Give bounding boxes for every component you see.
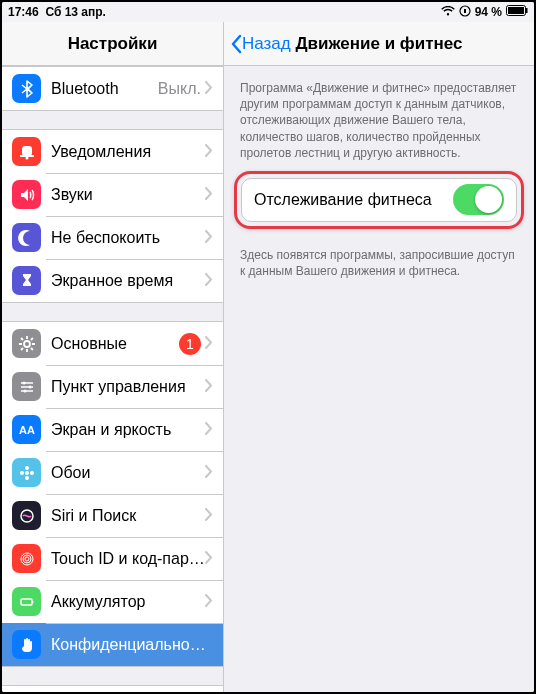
status-bar: 17:46 Сб 13 апр. 94 % xyxy=(2,2,534,22)
device-frame: 17:46 Сб 13 апр. 94 % Настройки Bluetoot… xyxy=(0,0,536,694)
highlight-callout: Отслеживание фитнеса xyxy=(234,171,524,229)
sidebar-item-label: Аккумулятор xyxy=(51,593,205,611)
chevron-right-icon xyxy=(205,550,213,568)
speaker-icon xyxy=(12,180,41,209)
flower-icon xyxy=(12,458,41,487)
chevron-right-icon xyxy=(205,143,213,161)
fitness-tracking-label: Отслеживание фитнеса xyxy=(254,191,453,209)
sidebar-item-label: Обои xyxy=(51,464,205,482)
bell-icon xyxy=(12,137,41,166)
back-label: Назад xyxy=(242,34,291,54)
detail-header: Назад Движение и фитнес xyxy=(224,22,534,66)
chevron-left-icon xyxy=(230,34,242,54)
moon-icon xyxy=(12,223,41,252)
sidebar-item-notifications[interactable]: Уведомления xyxy=(2,130,223,173)
svg-point-14 xyxy=(25,476,29,480)
status-time: 17:46 xyxy=(8,5,39,19)
svg-point-7 xyxy=(24,341,30,347)
sidebar-item-label: Пункт управления xyxy=(51,378,205,396)
sidebar-item-label: Экран и яркость xyxy=(51,421,205,439)
wifi-icon xyxy=(441,5,455,19)
aa-icon: AA xyxy=(12,415,41,444)
svg-point-6 xyxy=(25,156,28,159)
sidebar-scroll[interactable]: BluetoothВыкл.УведомленияЗвукиНе беспоко… xyxy=(2,66,223,692)
svg-point-9 xyxy=(28,385,31,388)
battery-icon xyxy=(12,587,41,616)
hourglass-icon xyxy=(12,266,41,295)
sidebar-item-privacy[interactable]: Конфиденциальность xyxy=(2,623,223,666)
sidebar-item-label: Уведомления xyxy=(51,143,205,161)
chevron-right-icon xyxy=(205,186,213,204)
sidebar-item-sounds[interactable]: Звуки xyxy=(2,173,223,216)
sidebar-item-control[interactable]: Пункт управления xyxy=(2,365,223,408)
sidebar-item-label: Основные xyxy=(51,335,179,353)
battery-icon xyxy=(506,5,528,19)
svg-point-15 xyxy=(20,471,24,475)
badge: 1 xyxy=(179,333,201,355)
sidebar-item-label: Звуки xyxy=(51,186,205,204)
chevron-right-icon xyxy=(205,80,213,98)
gear-icon xyxy=(12,329,41,358)
fitness-tracking-row[interactable]: Отслеживание фитнеса xyxy=(241,178,517,222)
svg-point-20 xyxy=(25,557,29,561)
svg-point-19 xyxy=(23,555,31,563)
sidebar-item-itunes[interactable]: AiTunes Store и App Store xyxy=(2,686,223,692)
sidebar-item-label: Конфиденциальность xyxy=(51,636,213,654)
finger-icon xyxy=(12,544,41,573)
bluetooth-icon xyxy=(12,74,41,103)
chevron-right-icon xyxy=(205,272,213,290)
svg-rect-22 xyxy=(32,601,34,603)
sidebar-item-label: Touch ID и код-пароль xyxy=(51,550,205,568)
battery-percent: 94 % xyxy=(475,5,502,19)
sidebar-item-touchid[interactable]: Touch ID и код-пароль xyxy=(2,537,223,580)
chevron-right-icon xyxy=(205,335,213,353)
sidebar-item-label: Не беспокоить xyxy=(51,229,205,247)
sidebar-item-display[interactable]: AAЭкран и яркость xyxy=(2,408,223,451)
svg-rect-2 xyxy=(508,7,524,14)
sidebar-item-wallpaper[interactable]: Обои xyxy=(2,451,223,494)
sidebar-item-value: Выкл. xyxy=(158,80,201,98)
svg-rect-3 xyxy=(526,8,528,13)
sidebar-item-screentime[interactable]: Экранное время xyxy=(2,259,223,302)
sidebar-item-siri[interactable]: Siri и Поиск xyxy=(2,494,223,537)
svg-text:AA: AA xyxy=(19,424,35,436)
sidebar-item-bluetooth[interactable]: BluetoothВыкл. xyxy=(2,67,223,110)
detail-pane: Назад Движение и фитнес Программа «Движе… xyxy=(224,22,534,692)
sidebar-item-battery[interactable]: Аккумулятор xyxy=(2,580,223,623)
settings-sidebar: Настройки BluetoothВыкл.УведомленияЗвуки… xyxy=(2,22,224,692)
svg-point-12 xyxy=(25,471,29,475)
back-button[interactable]: Назад xyxy=(224,34,291,54)
svg-point-13 xyxy=(25,466,29,470)
svg-rect-4 xyxy=(22,146,32,156)
chevron-right-icon xyxy=(205,507,213,525)
chevron-right-icon xyxy=(205,421,213,439)
chevron-right-icon xyxy=(205,464,213,482)
orientation-lock-icon xyxy=(459,5,471,20)
fitness-tracking-switch[interactable] xyxy=(453,184,504,215)
svg-point-10 xyxy=(23,389,26,392)
caption-top: Программа «Движение и фитнес» предоставл… xyxy=(224,66,534,167)
siri-icon xyxy=(12,501,41,530)
svg-point-16 xyxy=(30,471,34,475)
status-date: Сб 13 апр. xyxy=(45,5,106,19)
sidebar-item-label: Экранное время xyxy=(51,272,205,290)
svg-rect-21 xyxy=(21,599,32,605)
switch-knob xyxy=(475,186,502,213)
sidebar-item-label: Bluetooth xyxy=(51,80,158,98)
sidebar-item-label: Siri и Поиск xyxy=(51,507,205,525)
caption-bottom: Здесь появятся программы, запросившие до… xyxy=(224,233,534,285)
hand-icon xyxy=(12,630,41,659)
chevron-right-icon xyxy=(205,378,213,396)
svg-point-8 xyxy=(22,381,25,384)
sidebar-item-general[interactable]: Основные1 xyxy=(2,322,223,365)
chevron-right-icon xyxy=(205,593,213,611)
sliders-icon xyxy=(12,372,41,401)
chevron-right-icon xyxy=(205,229,213,247)
sidebar-title: Настройки xyxy=(2,22,223,66)
sidebar-item-dnd[interactable]: Не беспокоить xyxy=(2,216,223,259)
